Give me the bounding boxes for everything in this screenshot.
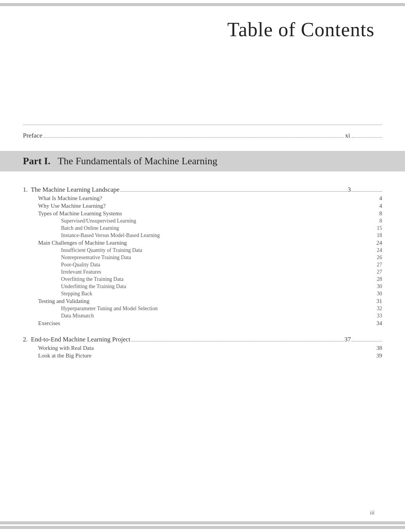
- chapter-1-page: 3: [348, 186, 351, 194]
- subsub-underfitting-page: 30: [371, 284, 382, 290]
- subsub-supervised: Supervised/Unsupervised Learning 8: [61, 218, 382, 224]
- part-label: Part I.: [23, 155, 50, 167]
- subsub-instance-page: 18: [371, 232, 382, 239]
- page-container: Table of Contents Preface xi Part I. The…: [0, 3, 405, 532]
- sub-working-real-data-title: Working with Real Data: [38, 345, 94, 351]
- subsub-data-mismatch-title: Data Mismatch: [61, 313, 94, 319]
- chapter-1-dots-right: [352, 191, 382, 192]
- subsub-types: Supervised/Unsupervised Learning 8 Batch…: [61, 218, 382, 239]
- preface-page: xi: [345, 132, 350, 139]
- preface-label: Preface: [23, 132, 42, 139]
- subsub-underfitting-title: Underfitting the Training Data: [61, 284, 126, 290]
- sub-testing-title: Testing and Validating: [38, 298, 90, 304]
- subsub-insufficient: Insufficient Quantity of Training Data 2…: [61, 247, 382, 253]
- sub-why-use-ml-title: Why Use Machine Learning?: [38, 203, 106, 209]
- sub-what-is-ml: What Is Machine Learning? 4: [38, 195, 382, 202]
- chapter-1-title: The Machine Learning Landscape: [29, 186, 120, 194]
- chapter-2-number: 2.: [23, 336, 28, 343]
- chapter-1-entry: 1. The Machine Learning Landscape 3 What…: [23, 186, 382, 327]
- subsub-poor-quality-page: 27: [371, 262, 382, 268]
- chapter-2-dots: [131, 341, 344, 341]
- sub-what-is-ml-page: 4: [371, 195, 382, 202]
- subsub-stepping-back-page: 30: [371, 291, 382, 297]
- chapter-1-number: 1.: [23, 186, 28, 194]
- subsub-supervised-title: Supervised/Unsupervised Learning: [61, 218, 136, 224]
- preface-line: Preface xi: [23, 132, 382, 139]
- subsub-instance-title: Instance-Based Versus Model-Based Learni…: [61, 232, 160, 239]
- footer-page-label: iii: [370, 510, 374, 516]
- sub-working-real-data: Working with Real Data 38: [38, 345, 382, 351]
- subsub-poor-quality: Poor-Quality Data 27: [61, 262, 382, 268]
- subsub-stepping-back: Stepping Back 30: [61, 291, 382, 297]
- sub-exercises: Exercises 34: [38, 320, 382, 327]
- sub-testing: Testing and Validating 31: [38, 298, 382, 304]
- chapter-2-subs: Working with Real Data 38 Look at the Bi…: [38, 345, 382, 359]
- sub-working-real-data-page: 38: [371, 345, 382, 351]
- subsub-insufficient-page: 24: [371, 247, 382, 253]
- sub-exercises-title: Exercises: [38, 320, 60, 327]
- toc-content: 1. The Machine Learning Landscape 3 What…: [0, 171, 405, 378]
- sub-types-ml-page: 8: [371, 210, 382, 217]
- preface-dot-leader: [44, 137, 344, 138]
- part-heading: Part I. The Fundamentals of Machine Lear…: [23, 155, 217, 167]
- chapter-2-title: End-to-End Machine Learning Project: [29, 336, 130, 343]
- subsub-irrelevant-page: 27: [371, 269, 382, 275]
- sub-big-picture: Look at the Big Picture 39: [38, 353, 382, 359]
- top-bar: [0, 3, 405, 6]
- sub-challenges: Main Challenges of Machine Learning 24: [38, 240, 382, 246]
- footer-page-number: iii: [370, 510, 374, 516]
- bottom-band-upper: [0, 521, 405, 524]
- subsub-irrelevant: Irrelevant Features 27: [61, 269, 382, 275]
- subsub-data-mismatch-page: 33: [371, 313, 382, 319]
- sub-types-ml-title: Types of Machine Learning Systems: [38, 210, 122, 217]
- subsub-hyperparameter-page: 32: [371, 306, 382, 312]
- subsub-batch: Batch and Online Learning 15: [61, 225, 382, 231]
- subsub-insufficient-title: Insufficient Quantity of Training Data: [61, 247, 142, 253]
- sub-exercises-page: 34: [371, 320, 382, 327]
- subsub-overfitting: Overfitting the Training Data 28: [61, 276, 382, 282]
- bottom-band-lower: [0, 526, 405, 529]
- subsub-nonrep-title: Nonrepresentative Training Data: [61, 255, 131, 261]
- subsub-batch-page: 15: [371, 225, 382, 231]
- sub-testing-page: 31: [371, 298, 382, 304]
- chapter-2-line: 2. End-to-End Machine Learning Project 3…: [23, 336, 382, 343]
- sub-why-use-ml: Why Use Machine Learning? 4: [38, 203, 382, 209]
- chapter-2-page: 37: [344, 336, 351, 343]
- subsub-nonrep: Nonrepresentative Training Data 26: [61, 255, 382, 261]
- subsub-hyperparameter: Hyperparameter Tuning and Model Selectio…: [61, 306, 382, 312]
- subsub-supervised-page: 8: [371, 218, 382, 224]
- sub-types-ml: Types of Machine Learning Systems 8: [38, 210, 382, 217]
- subsub-challenges: Insufficient Quantity of Training Data 2…: [61, 247, 382, 297]
- chapter-1-line: 1. The Machine Learning Landscape 3: [23, 186, 382, 194]
- subsub-underfitting: Underfitting the Training Data 30: [61, 284, 382, 290]
- subsub-poor-quality-title: Poor-Quality Data: [61, 262, 100, 268]
- title-section: Table of Contents: [0, 3, 405, 48]
- subsub-irrelevant-title: Irrelevant Features: [61, 269, 101, 275]
- preface-dot-right: [352, 137, 382, 138]
- sub-challenges-page: 24: [371, 240, 382, 246]
- subsub-nonrep-page: 26: [371, 255, 382, 261]
- subsub-data-mismatch: Data Mismatch 33: [61, 313, 382, 319]
- chapter-2-entry: 2. End-to-End Machine Learning Project 3…: [23, 336, 382, 359]
- subsub-testing: Hyperparameter Tuning and Model Selectio…: [61, 306, 382, 319]
- sub-challenges-title: Main Challenges of Machine Learning: [38, 240, 127, 246]
- chapter-2-dots-right: [352, 341, 382, 341]
- sub-why-use-ml-page: 4: [371, 203, 382, 209]
- chapter-1-dots: [120, 191, 347, 192]
- sub-big-picture-page: 39: [371, 353, 382, 359]
- subsub-instance: Instance-Based Versus Model-Based Learni…: [61, 232, 382, 239]
- part-title: The Fundamentals of Machine Learning: [58, 155, 217, 167]
- page-title: Table of Contents: [31, 18, 374, 41]
- subsub-stepping-back-title: Stepping Back: [61, 291, 92, 297]
- subsub-batch-title: Batch and Online Learning: [61, 225, 119, 231]
- sub-big-picture-title: Look at the Big Picture: [38, 353, 92, 359]
- subsub-hyperparameter-title: Hyperparameter Tuning and Model Selectio…: [61, 306, 158, 312]
- part-heading-band: Part I. The Fundamentals of Machine Lear…: [0, 151, 405, 171]
- subsub-overfitting-title: Overfitting the Training Data: [61, 276, 124, 282]
- preface-section: Preface xi: [23, 125, 382, 139]
- subsub-overfitting-page: 28: [371, 276, 382, 282]
- chapter-1-subs: What Is Machine Learning? 4 Why Use Mach…: [38, 195, 382, 327]
- sub-what-is-ml-title: What Is Machine Learning?: [38, 195, 102, 202]
